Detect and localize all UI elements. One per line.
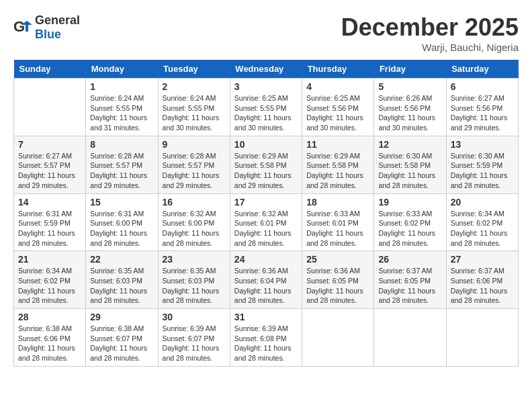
- calendar-cell: 5Sunrise: 6:26 AMSunset: 5:56 PMDaylight…: [374, 79, 446, 136]
- cell-details: Sunrise: 6:32 AMSunset: 6:01 PMDaylight:…: [234, 209, 298, 248]
- calendar-cell: 1Sunrise: 6:24 AMSunset: 5:55 PMDaylight…: [86, 79, 158, 136]
- calendar-cell: 14Sunrise: 6:31 AMSunset: 5:59 PMDayligh…: [14, 193, 86, 251]
- calendar-cell: 3Sunrise: 6:25 AMSunset: 5:55 PMDaylight…: [230, 79, 302, 136]
- cell-details: Sunrise: 6:37 AMSunset: 6:05 PMDaylight:…: [378, 266, 441, 306]
- cell-details: Sunrise: 6:27 AMSunset: 5:57 PMDaylight:…: [18, 151, 81, 191]
- date-number: 26: [378, 254, 441, 265]
- date-number: 19: [378, 197, 441, 208]
- date-number: 24: [234, 254, 298, 265]
- date-number: 1: [90, 81, 153, 92]
- date-number: 4: [306, 81, 369, 92]
- calendar-cell: 2Sunrise: 6:24 AMSunset: 5:55 PMDaylight…: [158, 79, 230, 136]
- cell-details: Sunrise: 6:39 AMSunset: 6:08 PMDaylight:…: [234, 324, 298, 363]
- cell-details: Sunrise: 6:36 AMSunset: 6:05 PMDaylight:…: [306, 266, 369, 306]
- cell-details: Sunrise: 6:32 AMSunset: 6:00 PMDaylight:…: [163, 209, 226, 248]
- date-number: 16: [163, 197, 226, 208]
- date-number: 27: [451, 254, 514, 265]
- title-area: December 2025 Warji, Bauchi, Nigeria: [341, 13, 519, 53]
- date-number: 10: [234, 139, 298, 150]
- svg-text:G: G: [13, 18, 25, 35]
- calendar-cell: 6Sunrise: 6:27 AMSunset: 5:56 PMDaylight…: [446, 79, 518, 136]
- cell-details: Sunrise: 6:25 AMSunset: 5:55 PMDaylight:…: [234, 93, 298, 133]
- cell-details: Sunrise: 6:38 AMSunset: 6:07 PMDaylight:…: [90, 324, 153, 363]
- cell-details: Sunrise: 6:25 AMSunset: 5:56 PMDaylight:…: [306, 93, 369, 133]
- day-header-sunday: Sunday: [14, 60, 86, 79]
- date-number: 18: [306, 197, 369, 208]
- cell-details: Sunrise: 6:28 AMSunset: 5:57 PMDaylight:…: [90, 151, 153, 191]
- calendar-cell: 10Sunrise: 6:29 AMSunset: 5:58 PMDayligh…: [230, 136, 302, 193]
- cell-details: Sunrise: 6:31 AMSunset: 6:00 PMDaylight:…: [90, 209, 153, 248]
- cell-details: Sunrise: 6:35 AMSunset: 6:03 PMDaylight:…: [163, 266, 226, 306]
- date-number: 15: [90, 197, 153, 208]
- date-number: 9: [163, 139, 226, 150]
- page-header: G General Blue December 2025 Warji, Bauc…: [13, 13, 519, 53]
- calendar-cell: 31Sunrise: 6:39 AMSunset: 6:08 PMDayligh…: [230, 309, 302, 367]
- calendar-cell: 30Sunrise: 6:39 AMSunset: 6:07 PMDayligh…: [158, 309, 230, 367]
- date-number: 25: [306, 254, 369, 265]
- calendar-cell: 11Sunrise: 6:29 AMSunset: 5:58 PMDayligh…: [302, 136, 374, 193]
- calendar-cell: [446, 309, 518, 367]
- date-number: 28: [18, 312, 81, 322]
- date-number: 5: [378, 81, 441, 92]
- cell-details: Sunrise: 6:38 AMSunset: 6:06 PMDaylight:…: [18, 324, 81, 363]
- calendar-cell: 8Sunrise: 6:28 AMSunset: 5:57 PMDaylight…: [86, 136, 158, 193]
- date-number: 22: [90, 254, 153, 265]
- calendar-cell: 16Sunrise: 6:32 AMSunset: 6:00 PMDayligh…: [158, 193, 230, 251]
- cell-details: Sunrise: 6:37 AMSunset: 6:06 PMDaylight:…: [451, 266, 514, 306]
- day-header-tuesday: Tuesday: [158, 60, 230, 79]
- calendar-cell: 28Sunrise: 6:38 AMSunset: 6:06 PMDayligh…: [14, 309, 86, 367]
- logo-icon: G: [13, 18, 32, 37]
- cell-details: Sunrise: 6:24 AMSunset: 5:55 PMDaylight:…: [163, 93, 226, 133]
- date-number: 23: [163, 254, 226, 265]
- calendar-cell: 4Sunrise: 6:25 AMSunset: 5:56 PMDaylight…: [302, 79, 374, 136]
- calendar-table: SundayMondayTuesdayWednesdayThursdayFrid…: [13, 60, 519, 367]
- calendar-cell: [374, 309, 446, 367]
- week-row-3: 14Sunrise: 6:31 AMSunset: 5:59 PMDayligh…: [14, 193, 519, 251]
- cell-details: Sunrise: 6:27 AMSunset: 5:56 PMDaylight:…: [451, 93, 514, 133]
- cell-details: Sunrise: 6:34 AMSunset: 6:02 PMDaylight:…: [18, 266, 81, 306]
- cell-details: Sunrise: 6:31 AMSunset: 5:59 PMDaylight:…: [18, 209, 81, 248]
- day-header-saturday: Saturday: [446, 60, 518, 79]
- cell-details: Sunrise: 6:30 AMSunset: 5:59 PMDaylight:…: [451, 151, 514, 191]
- week-row-2: 7Sunrise: 6:27 AMSunset: 5:57 PMDaylight…: [14, 136, 519, 193]
- day-header-wednesday: Wednesday: [230, 60, 302, 79]
- calendar-cell: 12Sunrise: 6:30 AMSunset: 5:58 PMDayligh…: [374, 136, 446, 193]
- cell-details: Sunrise: 6:24 AMSunset: 5:55 PMDaylight:…: [90, 93, 153, 133]
- cell-details: Sunrise: 6:30 AMSunset: 5:58 PMDaylight:…: [378, 151, 441, 191]
- day-header-monday: Monday: [86, 60, 158, 79]
- cell-details: Sunrise: 6:28 AMSunset: 5:57 PMDaylight:…: [163, 151, 226, 191]
- main-title: December 2025: [341, 13, 519, 42]
- calendar-cell: 15Sunrise: 6:31 AMSunset: 6:00 PMDayligh…: [86, 193, 158, 251]
- week-row-4: 21Sunrise: 6:34 AMSunset: 6:02 PMDayligh…: [14, 251, 519, 309]
- cell-details: Sunrise: 6:26 AMSunset: 5:56 PMDaylight:…: [378, 93, 441, 133]
- calendar-cell: 13Sunrise: 6:30 AMSunset: 5:59 PMDayligh…: [446, 136, 518, 193]
- cell-details: Sunrise: 6:29 AMSunset: 5:58 PMDaylight:…: [234, 151, 298, 191]
- calendar-cell: 19Sunrise: 6:33 AMSunset: 6:02 PMDayligh…: [374, 193, 446, 251]
- header-row: SundayMondayTuesdayWednesdayThursdayFrid…: [14, 60, 519, 79]
- date-number: 8: [90, 139, 153, 150]
- logo: G General Blue: [13, 13, 80, 42]
- calendar-cell: 26Sunrise: 6:37 AMSunset: 6:05 PMDayligh…: [374, 251, 446, 309]
- date-number: 30: [163, 312, 226, 322]
- subtitle: Warji, Bauchi, Nigeria: [341, 42, 519, 53]
- calendar-cell: 23Sunrise: 6:35 AMSunset: 6:03 PMDayligh…: [158, 251, 230, 309]
- cell-details: Sunrise: 6:35 AMSunset: 6:03 PMDaylight:…: [90, 266, 153, 306]
- cell-details: Sunrise: 6:33 AMSunset: 6:02 PMDaylight:…: [378, 209, 441, 248]
- calendar-cell: [14, 79, 86, 136]
- day-header-thursday: Thursday: [302, 60, 374, 79]
- date-number: 2: [163, 81, 226, 92]
- week-row-1: 1Sunrise: 6:24 AMSunset: 5:55 PMDaylight…: [14, 79, 519, 136]
- calendar-cell: 18Sunrise: 6:33 AMSunset: 6:01 PMDayligh…: [302, 193, 374, 251]
- calendar-cell: 7Sunrise: 6:27 AMSunset: 5:57 PMDaylight…: [14, 136, 86, 193]
- date-number: 13: [451, 139, 514, 150]
- calendar-cell: [302, 309, 374, 367]
- date-number: 6: [451, 81, 514, 92]
- date-number: 17: [234, 197, 298, 208]
- date-number: 7: [18, 139, 81, 150]
- logo-blue: Blue: [35, 28, 61, 41]
- calendar-cell: 21Sunrise: 6:34 AMSunset: 6:02 PMDayligh…: [14, 251, 86, 309]
- date-number: 31: [234, 312, 298, 322]
- date-number: 21: [18, 254, 81, 265]
- logo-general: General: [35, 13, 80, 27]
- week-row-5: 28Sunrise: 6:38 AMSunset: 6:06 PMDayligh…: [14, 309, 519, 367]
